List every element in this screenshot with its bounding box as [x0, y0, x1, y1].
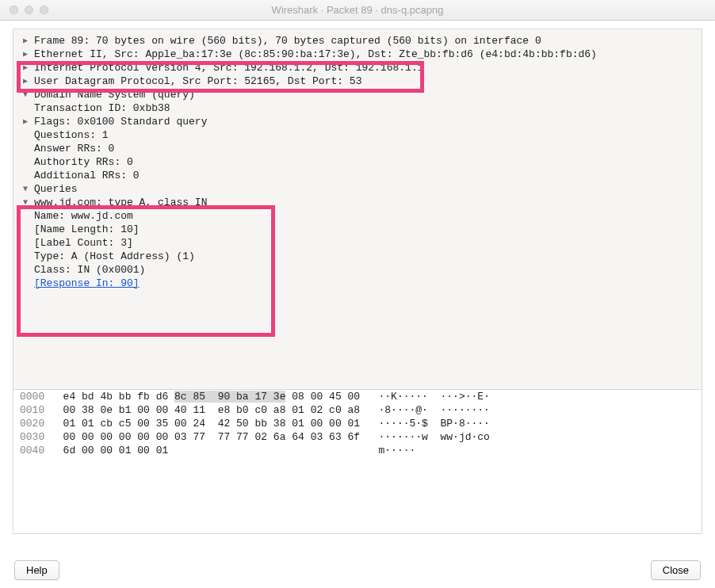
hex-row[interactable]: 0040 6d 00 00 01 00 01 m····· [13, 444, 702, 457]
window-title: Wireshark · Packet 89 · dns-q.pcapng [0, 4, 715, 16]
tree-dns-response-in[interactable]: [Response In: 90] [13, 277, 702, 290]
tree-dns[interactable]: Domain Name System (query) [13, 88, 702, 101]
tree-dns-questions[interactable]: Questions: 1 [13, 128, 702, 142]
tree-ethernet[interactable]: Ethernet II, Src: Apple_ba:17:3e (8c:85:… [13, 48, 702, 61]
tree-dns-answer-rrs[interactable]: Answer RRs: 0 [13, 142, 702, 155]
disclosure-right-icon[interactable] [20, 48, 31, 61]
hex-row[interactable]: 0030 00 00 00 00 00 00 03 77 77 77 02 6a… [13, 430, 702, 444]
disclosure-right-icon[interactable] [20, 34, 31, 48]
hex-row[interactable]: 0020 01 01 cb c5 00 35 00 24 42 50 bb 38… [13, 417, 702, 430]
tree-dns-query-summary[interactable]: www.jd.com: type A, class IN [13, 196, 702, 209]
tree-dns-query-name[interactable]: Name: www.jd.com [13, 209, 702, 223]
disclosure-right-icon[interactable] [20, 61, 31, 74]
titlebar: Wireshark · Packet 89 · dns-q.pcapng [0, 0, 715, 21]
packet-bytes-hex[interactable]: 0000 e4 bd 4b bb fb d6 8c 85 90 ba 17 3e… [13, 390, 702, 534]
disclosure-down-icon[interactable] [20, 88, 31, 101]
disclosure-down-icon[interactable] [20, 196, 31, 209]
help-button[interactable]: Help [14, 560, 59, 580]
response-in-link[interactable]: [Response In: 90] [34, 277, 140, 290]
content-area: Frame 89: 70 bytes on wire (560 bits), 7… [0, 29, 715, 534]
tree-dns-additional-rrs[interactable]: Additional RRs: 0 [13, 169, 702, 182]
tree-dns-query-class[interactable]: Class: IN (0x0001) [13, 263, 702, 277]
hex-row[interactable]: 0010 00 38 0e b1 00 00 40 11 e8 b0 c0 a8… [13, 403, 702, 417]
tree-ip[interactable]: Internet Protocol Version 4, Src: 192.16… [13, 61, 702, 74]
disclosure-down-icon[interactable] [20, 182, 31, 196]
tree-dns-query-namelen[interactable]: [Name Length: 10] [13, 223, 702, 236]
disclosure-right-icon[interactable] [20, 115, 31, 128]
tree-dns-flags[interactable]: Flags: 0x0100 Standard query [13, 115, 702, 128]
tree-frame[interactable]: Frame 89: 70 bytes on wire (560 bits), 7… [13, 34, 702, 48]
tree-dns-query-type[interactable]: Type: A (Host Address) (1) [13, 250, 702, 263]
tree-udp[interactable]: User Datagram Protocol, Src Port: 52165,… [13, 74, 702, 88]
tree-dns-txn[interactable]: Transaction ID: 0xbb38 [13, 101, 702, 115]
tree-dns-queries[interactable]: Queries [13, 182, 702, 196]
dialog-footer: Help Close [0, 560, 715, 580]
hex-row[interactable]: 0000 e4 bd 4b bb fb d6 8c 85 90 ba 17 3e… [13, 390, 702, 403]
tree-dns-authority-rrs[interactable]: Authority RRs: 0 [13, 155, 702, 169]
tree-dns-query-labelcount[interactable]: [Label Count: 3] [13, 236, 702, 250]
close-button[interactable]: Close [651, 560, 701, 580]
disclosure-right-icon[interactable] [20, 74, 31, 88]
packet-details-tree[interactable]: Frame 89: 70 bytes on wire (560 bits), 7… [13, 29, 702, 390]
